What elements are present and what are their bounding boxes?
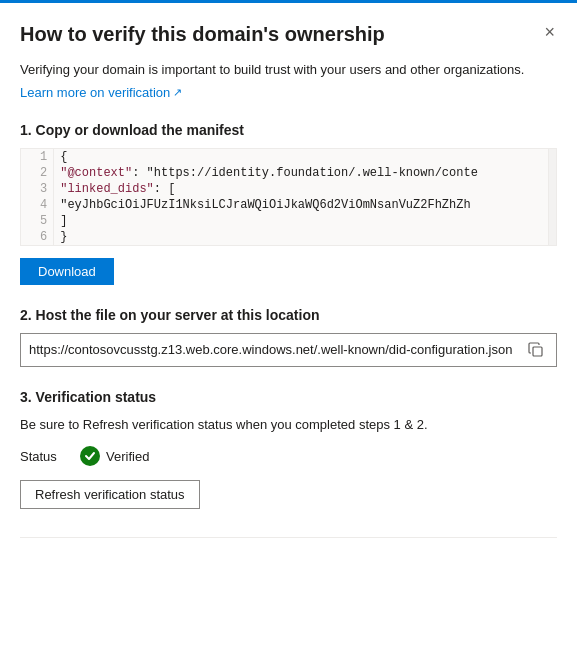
step2-title: 2. Host the file on your server at this … (20, 307, 557, 323)
line-number: 5 (21, 213, 54, 229)
panel: How to verify this domain's ownership × … (0, 0, 577, 649)
line-content: } (54, 229, 556, 245)
step3-section: 3. Verification status Be sure to Refres… (20, 389, 557, 510)
learn-more-link[interactable]: Learn more on verification ↗ (20, 85, 182, 100)
copy-button[interactable] (524, 340, 548, 360)
refresh-button[interactable]: Refresh verification status (20, 480, 200, 509)
code-line: 2 "@context": "https://identity.foundati… (21, 165, 556, 181)
line-content: "linked_dids": [ (54, 181, 556, 197)
copy-icon (528, 342, 544, 358)
code-line: 5 ] (21, 213, 556, 229)
status-label: Status (20, 449, 70, 464)
svg-rect-0 (533, 347, 542, 356)
line-content: "eyJhbGciOiJFUzI1NksiLCJraWQiOiJkaWQ6d2V… (54, 197, 556, 213)
line-content: "@context": "https://identity.foundation… (54, 165, 556, 181)
step2-section: 2. Host the file on your server at this … (20, 307, 557, 367)
verified-text: Verified (106, 449, 149, 464)
line-content: ] (54, 213, 556, 229)
line-number: 2 (21, 165, 54, 181)
step1-title: 1. Copy or download the manifest (20, 122, 557, 138)
line-content: { (54, 149, 556, 165)
line-number: 4 (21, 197, 54, 213)
url-text: https://contosovcusstg.z13.web.core.wind… (29, 342, 518, 357)
verified-badge: Verified (80, 446, 149, 466)
code-block: 1{2 "@context": "https://identity.founda… (20, 148, 557, 246)
check-circle (80, 446, 100, 466)
external-link-icon: ↗ (173, 86, 182, 99)
download-button[interactable]: Download (20, 258, 114, 285)
line-number: 6 (21, 229, 54, 245)
code-line: 4 "eyJhbGciOiJFUzI1NksiLCJraWQiOiJkaWQ6d… (21, 197, 556, 213)
status-row: Status Verified (20, 446, 557, 466)
url-row: https://contosovcusstg.z13.web.core.wind… (20, 333, 557, 367)
close-button[interactable]: × (542, 23, 557, 41)
intro-description: Verifying your domain is important to bu… (20, 60, 557, 80)
scrollbar[interactable] (548, 149, 556, 245)
line-number: 1 (21, 149, 54, 165)
step1-section: 1. Copy or download the manifest 1{2 "@c… (20, 122, 557, 285)
page-title: How to verify this domain's ownership (20, 23, 542, 46)
learn-more-label: Learn more on verification (20, 85, 170, 100)
header: How to verify this domain's ownership × (20, 23, 557, 46)
code-table: 1{2 "@context": "https://identity.founda… (21, 149, 556, 245)
step3-description: Be sure to Refresh verification status w… (20, 415, 557, 435)
check-icon (84, 450, 96, 462)
step3-title: 3. Verification status (20, 389, 557, 405)
bottom-divider (20, 537, 557, 538)
code-line: 3 "linked_dids": [ (21, 181, 556, 197)
code-line: 6} (21, 229, 556, 245)
line-number: 3 (21, 181, 54, 197)
code-line: 1{ (21, 149, 556, 165)
